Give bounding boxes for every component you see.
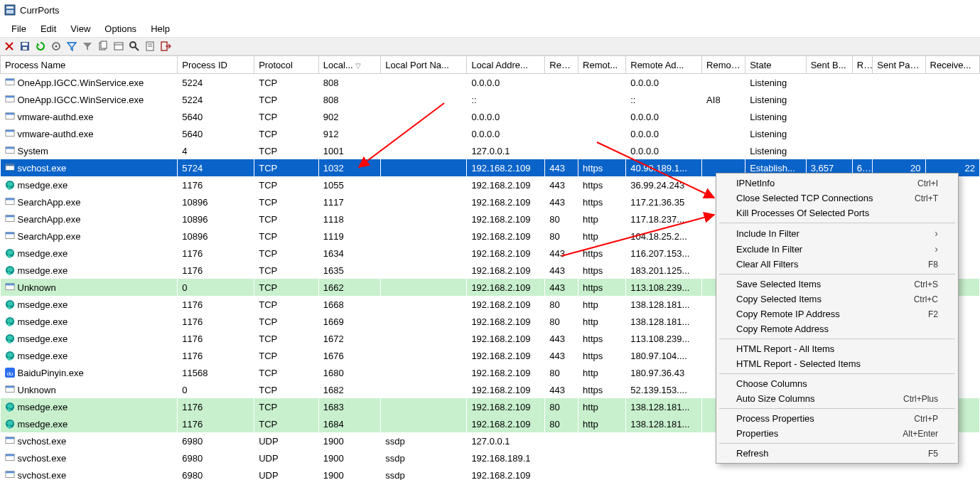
- find-icon[interactable]: [128, 40, 141, 53]
- col-header[interactable]: Local Port Na...: [381, 56, 467, 74]
- cell-pid: 5640: [178, 108, 254, 125]
- menu-item-shortcut: Alt+Enter: [903, 429, 938, 439]
- cell-rpname: [578, 91, 626, 108]
- col-header[interactable]: Remote Ad...: [626, 56, 702, 74]
- menu-item-html-report-all-items[interactable]: HTML Report - All Items: [716, 341, 958, 356]
- svg-rect-38: [5, 233, 14, 235]
- cell-pid: 6980: [178, 449, 254, 466]
- menu-file[interactable]: File: [4, 22, 33, 36]
- col-header[interactable]: Sent B...: [806, 56, 852, 74]
- cell-proc: msedge.exe: [1, 313, 178, 330]
- funnel-icon[interactable]: [81, 40, 94, 53]
- menu-item-close-selected-tcp-connections[interactable]: Close Selected TCP ConnectionsCtrl+T: [716, 191, 958, 206]
- menu-item-html-report-selected-items[interactable]: HTML Report - Selected Items: [716, 356, 958, 371]
- process-icon: [5, 231, 15, 241]
- menu-item-properties[interactable]: PropertiesAlt+Enter: [716, 426, 958, 441]
- menu-item-copy-selected-items[interactable]: Copy Selected ItemsCtrl+C: [716, 292, 958, 306]
- menu-item-save-selected-items[interactable]: Save Selected ItemsCtrl+S: [716, 277, 958, 292]
- table-row[interactable]: OneApp.IGCC.WinService.exe5224TCP808::::…: [1, 91, 980, 108]
- menu-item-label: Clear All Filters: [736, 259, 798, 270]
- cell-rpname: http: [578, 210, 626, 228]
- cell-rpname: https: [578, 159, 626, 176]
- exit-icon[interactable]: [159, 40, 172, 53]
- menu-item-auto-size-columns[interactable]: Auto Size ColumnsCtrl+Plus: [716, 391, 958, 406]
- menu-item-label: Include In Filter: [736, 228, 799, 239]
- save-icon[interactable]: [18, 40, 31, 53]
- col-header[interactable]: State: [745, 56, 806, 74]
- menu-item-copy-remote-address[interactable]: Copy Remote Address: [716, 321, 958, 336]
- refresh-icon[interactable]: [34, 40, 47, 53]
- cell-rport: 443: [545, 159, 578, 176]
- process-icon: [5, 146, 15, 156]
- col-header[interactable]: Rem...: [545, 56, 578, 74]
- close-icon[interactable]: [3, 40, 16, 53]
- col-header[interactable]: R...: [852, 56, 872, 74]
- menu-help[interactable]: Help: [144, 22, 177, 36]
- context-menu[interactable]: IPNetInfoCtrl+IClose Selected TCP Connec…: [716, 173, 959, 464]
- cell-sp: [873, 142, 925, 159]
- col-header[interactable]: Sent Pac...: [873, 56, 925, 74]
- cell-rpname: [578, 466, 626, 480]
- col-header[interactable]: Receive...: [925, 56, 979, 74]
- properties-icon[interactable]: [144, 40, 156, 53]
- cell-raddr: 36.99.24.243: [626, 176, 702, 193]
- app-icon: [4, 4, 16, 16]
- menu-item-ipnetinfo[interactable]: IPNetInfoCtrl+I: [716, 176, 958, 191]
- col-header[interactable]: Process Name: [1, 56, 178, 74]
- options-icon[interactable]: [112, 40, 125, 53]
- cell-proto: TCP: [254, 125, 319, 142]
- cell-pid: 5224: [178, 91, 254, 108]
- table-row[interactable]: OneApp.IGCC.WinService.exe5224TCP8080.0.…: [1, 74, 980, 92]
- cell-proto: UDP: [254, 449, 319, 466]
- table-row[interactable]: svchost.exe6980UDP1900ssdp192.168.2.109: [1, 466, 980, 480]
- cell-pid: 11568: [178, 364, 254, 381]
- cell-proc: duBaiduPinyin.exe: [1, 364, 178, 381]
- cell-proto: TCP: [254, 398, 319, 415]
- menu-item-process-properties[interactable]: Process PropertiesCtrl+P: [716, 411, 958, 426]
- svg-rect-29: [5, 147, 14, 149]
- target-icon[interactable]: [50, 40, 63, 53]
- menu-item-exclude-in-filter[interactable]: Exclude In Filter: [716, 241, 958, 257]
- menu-item-clear-all-filters[interactable]: Clear All FiltersF8: [716, 257, 958, 272]
- svg-point-9: [55, 46, 58, 48]
- table-row[interactable]: vmware-authd.exe5640TCP9020.0.0.00.0.0.0…: [1, 108, 980, 125]
- cell-lpname: [381, 159, 467, 176]
- filter-icon[interactable]: [65, 40, 78, 53]
- process-icon: [5, 112, 15, 122]
- cell-pid: 5224: [178, 74, 254, 92]
- col-header[interactable]: Local Addre...: [467, 56, 545, 74]
- svg-rect-7: [23, 47, 27, 50]
- cell-proto: TCP: [254, 262, 319, 279]
- cell-raddr: ::: [626, 91, 702, 108]
- table-row[interactable]: vmware-authd.exe5640TCP9120.0.0.00.0.0.0…: [1, 125, 980, 142]
- menu-item-kill-processes-of-selected-ports[interactable]: Kill Processes Of Selected Ports: [716, 206, 958, 220]
- cell-raddr: 180.97.36.43: [626, 364, 702, 381]
- menu-view[interactable]: View: [63, 22, 97, 36]
- cell-lport: 1117: [318, 193, 381, 210]
- menu-item-refresh[interactable]: RefreshF5: [716, 446, 958, 461]
- copy-icon[interactable]: [97, 40, 109, 53]
- cell-sb: [806, 108, 852, 125]
- menu-item-copy-remote-ip-address[interactable]: Copy Remote IP AddressF2: [716, 306, 958, 321]
- cell-lport: 1900: [318, 432, 381, 449]
- process-icon: [5, 402, 15, 412]
- table-row[interactable]: System4TCP1001127.0.0.10.0.0.0Listening: [1, 142, 980, 159]
- cell-raddr: 138.128.181...: [626, 313, 702, 330]
- col-header[interactable]: Local... ▽: [318, 56, 381, 74]
- col-header[interactable]: Process ID: [178, 56, 254, 74]
- menu-item-include-in-filter[interactable]: Include In Filter: [716, 225, 958, 241]
- cell-laddr: 192.168.2.109: [467, 176, 545, 193]
- col-header[interactable]: Protocol: [254, 56, 319, 74]
- menu-item-label: Copy Remote Address: [736, 324, 829, 334]
- cell-raddr: [626, 449, 702, 466]
- col-header[interactable]: Remot...: [702, 56, 745, 74]
- cell-raddr: 138.128.181...: [626, 415, 702, 432]
- cell-proto: TCP: [254, 142, 319, 159]
- cell-rhost: AI8: [702, 91, 745, 108]
- menu-edit[interactable]: Edit: [33, 22, 63, 36]
- cell-laddr: 127.0.0.1: [467, 142, 545, 159]
- menu-item-choose-columns[interactable]: Choose Columns: [716, 376, 958, 391]
- menu-options[interactable]: Options: [97, 22, 144, 36]
- column-headers[interactable]: Process NameProcess IDProtocolLocal... ▽…: [1, 56, 980, 74]
- col-header[interactable]: Remot...: [578, 56, 626, 74]
